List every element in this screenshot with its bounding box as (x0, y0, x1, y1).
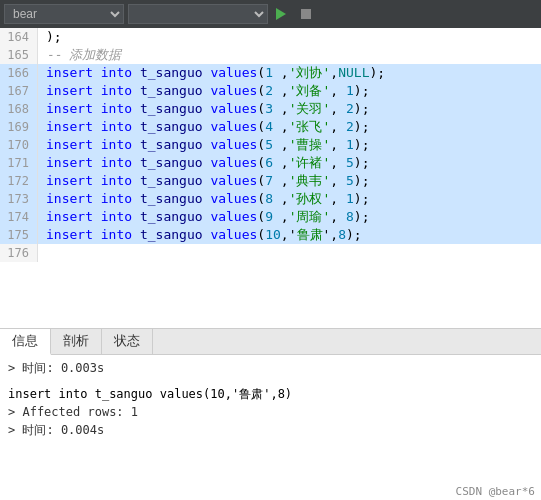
code-token: NULL (338, 65, 369, 80)
code-token: '周瑜' (289, 209, 331, 224)
info-row: > Affected rows: 1 (8, 403, 533, 421)
code-token: values (210, 191, 257, 206)
code-token: 2 (265, 83, 273, 98)
code-token: t_sanguo (132, 137, 210, 152)
code-token: insert (46, 209, 93, 224)
info-row: insert into t_sanguo values(10,'鲁肃',8) (8, 385, 533, 403)
info-row: > 时间: 0.004s (8, 421, 533, 439)
info-row: > 时间: 0.003s (8, 359, 533, 377)
code-token: 1 (346, 83, 354, 98)
code-token: 8 (265, 191, 273, 206)
code-token: into (101, 191, 132, 206)
code-token: '刘协' (289, 65, 331, 80)
table-row: 176 (0, 244, 541, 262)
code-token: into (101, 83, 132, 98)
line-content: insert into t_sanguo values(6 ,'许褚', 5); (38, 154, 541, 172)
line-content: -- 添加数据 (38, 46, 541, 64)
run-icon (276, 8, 286, 20)
code-token: 8 (346, 209, 354, 224)
code-token: into (101, 227, 132, 242)
footer-bar: CSDN @bear*6 (450, 483, 541, 500)
code-token: '许褚' (289, 155, 331, 170)
code-token: 2 (346, 101, 354, 116)
line-content: insert into t_sanguo values(3 ,'关羽', 2); (38, 100, 541, 118)
run-button[interactable] (272, 8, 293, 20)
line-number: 166 (0, 64, 38, 82)
line-number: 167 (0, 82, 38, 100)
code-token: insert (46, 191, 93, 206)
code-token: '孙权' (289, 191, 331, 206)
code-token: 1 (346, 137, 354, 152)
code-token: t_sanguo (132, 173, 210, 188)
table-row: 164); (0, 28, 541, 46)
code-token: 1 (265, 65, 273, 80)
code-token: values (210, 65, 257, 80)
table-row: 165-- 添加数据 (0, 46, 541, 64)
table-row: 174insert into t_sanguo values(9 ,'周瑜', … (0, 208, 541, 226)
line-number: 168 (0, 100, 38, 118)
code-token: t_sanguo (132, 83, 210, 98)
code-token: 5 (265, 137, 273, 152)
line-content: ); (38, 28, 541, 46)
code-token: into (101, 155, 132, 170)
code-token: into (101, 173, 132, 188)
code-token: into (101, 209, 132, 224)
info-tabs: 信息剖析状态 (0, 329, 541, 355)
info-tab[interactable]: 信息 (0, 329, 51, 355)
code-token: 5 (346, 155, 354, 170)
code-token: t_sanguo (132, 155, 210, 170)
line-number: 174 (0, 208, 38, 226)
table-row: 166insert into t_sanguo values(1 ,'刘协',N… (0, 64, 541, 82)
line-content: insert into t_sanguo values(9 ,'周瑜', 8); (38, 208, 541, 226)
line-content: insert into t_sanguo values(1 ,'刘协',NULL… (38, 64, 541, 82)
info-tab[interactable]: 状态 (102, 329, 153, 354)
table-row: 175insert into t_sanguo values(10,'鲁肃',8… (0, 226, 541, 244)
code-token: 8 (338, 227, 346, 242)
code-token: '典韦' (289, 173, 331, 188)
table-row: 173insert into t_sanguo values(8 ,'孙权', … (0, 190, 541, 208)
code-token: 7 (265, 173, 273, 188)
stop-button[interactable] (297, 9, 318, 19)
code-token: 鲁肃 (297, 227, 323, 242)
code-token: 5 (346, 173, 354, 188)
code-token: values (210, 83, 257, 98)
table-row: 169insert into t_sanguo values(4 ,'张飞', … (0, 118, 541, 136)
code-token: insert (46, 83, 93, 98)
code-token: values (210, 101, 257, 116)
line-content (38, 244, 541, 262)
code-editor[interactable]: 164);165-- 添加数据166insert into t_sanguo v… (0, 28, 541, 328)
database-select[interactable]: bear (4, 4, 124, 24)
info-tab[interactable]: 剖析 (51, 329, 102, 354)
code-token: '关羽' (289, 101, 331, 116)
code-token: insert (46, 173, 93, 188)
code-token: values (210, 119, 257, 134)
code-token: insert (46, 65, 93, 80)
code-token: values (210, 137, 257, 152)
line-number: 165 (0, 46, 38, 64)
line-content: insert into t_sanguo values(7 ,'典韦', 5); (38, 172, 541, 190)
line-number: 175 (0, 226, 38, 244)
line-content: insert into t_sanguo values(4 ,'张飞', 2); (38, 118, 541, 136)
code-token: values (210, 227, 257, 242)
code-token: insert (46, 155, 93, 170)
line-number: 176 (0, 244, 38, 262)
table-row: 168insert into t_sanguo values(3 ,'关羽', … (0, 100, 541, 118)
code-token: -- 添加数据 (46, 47, 121, 62)
code-token: t_sanguo (132, 101, 210, 116)
table-row: 172insert into t_sanguo values(7 ,'典韦', … (0, 172, 541, 190)
code-token: '曹操' (289, 137, 331, 152)
code-token: values (210, 173, 257, 188)
code-token: insert (46, 137, 93, 152)
query-select[interactable] (128, 4, 268, 24)
code-token: 4 (265, 119, 273, 134)
code-token: insert (46, 227, 93, 242)
code-token: into (101, 119, 132, 134)
line-content: insert into t_sanguo values(8 ,'孙权', 1); (38, 190, 541, 208)
code-token: insert (46, 119, 93, 134)
line-number: 164 (0, 28, 38, 46)
line-content: insert into t_sanguo values(10,'鲁肃',8); (38, 226, 541, 244)
code-token: values (210, 209, 257, 224)
code-token: t_sanguo (132, 65, 210, 80)
toolbar: bear (0, 0, 541, 28)
table-row: 171insert into t_sanguo values(6 ,'许褚', … (0, 154, 541, 172)
